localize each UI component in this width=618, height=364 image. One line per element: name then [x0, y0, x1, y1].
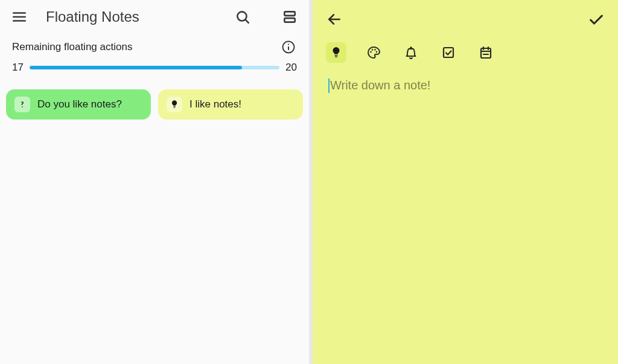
- note-text: I like notes!: [190, 98, 241, 110]
- progress-bar: [30, 66, 279, 69]
- notes-list-pane: Floating Notes Remaining floating action…: [0, 0, 309, 364]
- info-icon[interactable]: [280, 39, 297, 56]
- progress-current: 17: [12, 62, 24, 74]
- svg-rect-20: [481, 48, 491, 58]
- svg-point-17: [374, 49, 376, 51]
- note-card[interactable]: I like notes!: [158, 89, 303, 120]
- menu-icon[interactable]: [11, 8, 28, 25]
- svg-rect-10: [173, 106, 176, 107]
- palette-tool-icon[interactable]: [363, 42, 384, 63]
- progress-section: Remaining floating actions 17 20: [0, 34, 309, 85]
- progress-max: 20: [285, 62, 297, 74]
- back-icon[interactable]: [326, 11, 343, 28]
- svg-rect-11: [174, 107, 176, 108]
- svg-rect-19: [444, 48, 453, 57]
- confirm-icon[interactable]: [588, 11, 605, 28]
- editor-placeholder: Write down a note!: [330, 78, 430, 92]
- search-icon[interactable]: [234, 8, 251, 25]
- checkbox-tool-icon[interactable]: [438, 42, 459, 63]
- text-cursor: [328, 78, 330, 93]
- svg-rect-13: [334, 55, 338, 56]
- svg-point-9: [288, 43, 289, 45]
- reminder-tool-icon[interactable]: [401, 42, 421, 63]
- svg-point-16: [372, 49, 374, 51]
- note-card[interactable]: Do you like notes?: [6, 89, 151, 120]
- question-icon: [14, 97, 30, 112]
- layout-toggle-icon[interactable]: [281, 8, 298, 25]
- calendar-tool-icon[interactable]: [476, 42, 496, 63]
- app-bar: Floating Notes: [0, 0, 309, 34]
- note-editor-pane: Write down a note!: [309, 0, 618, 364]
- svg-point-18: [376, 51, 378, 53]
- progress-label: Remaining floating actions: [12, 41, 132, 53]
- svg-rect-5: [284, 11, 295, 15]
- editor-body[interactable]: Write down a note!: [313, 69, 618, 104]
- lightbulb-icon: [167, 97, 182, 112]
- note-text: Do you like notes?: [37, 98, 122, 110]
- svg-point-15: [370, 51, 372, 53]
- editor-toolbar: [313, 34, 618, 69]
- svg-rect-6: [284, 18, 295, 22]
- svg-rect-14: [335, 56, 337, 57]
- progress-fill: [30, 66, 242, 69]
- editor-header: [313, 0, 618, 34]
- svg-line-4: [246, 20, 249, 23]
- notes-grid: Do you like notes? I like notes!: [0, 85, 309, 124]
- idea-tool-icon[interactable]: [326, 42, 346, 63]
- app-title: Floating Notes: [46, 8, 216, 25]
